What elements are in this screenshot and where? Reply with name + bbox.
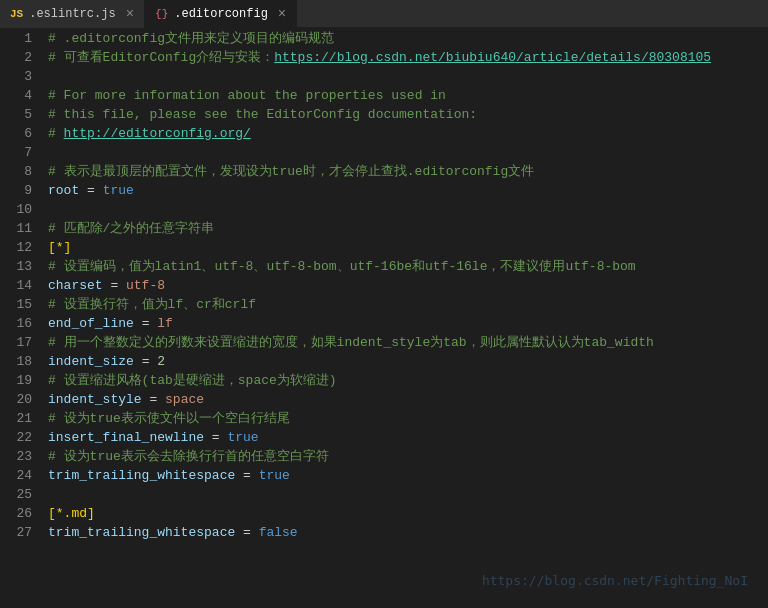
code-line: [*.md] bbox=[48, 504, 768, 523]
code-line: root = true bbox=[48, 181, 768, 200]
operator: = bbox=[235, 525, 258, 540]
comment-text: # 设为true表示会去除换行行首的任意空白字符 bbox=[48, 449, 329, 464]
comment-text: # 可查看EditorConfig介绍与安装：https://blog.csdn… bbox=[48, 50, 711, 65]
code-line: # For more information about the propert… bbox=[48, 86, 768, 105]
code-line bbox=[48, 143, 768, 162]
code-line: trim_trailing_whitespace = false bbox=[48, 523, 768, 542]
code-line: # .editorconfig文件用来定义项目的编码规范 bbox=[48, 29, 768, 48]
line-number: 26 bbox=[0, 504, 32, 523]
operator: = bbox=[235, 468, 258, 483]
property-key: indent_size bbox=[48, 354, 134, 369]
line-number: 1 bbox=[0, 29, 32, 48]
line-number: 18 bbox=[0, 352, 32, 371]
comment-text: # 表示是最顶层的配置文件，发现设为true时，才会停止查找.editorcon… bbox=[48, 164, 534, 179]
code-line: # 设置换行符，值为lf、cr和crlf bbox=[48, 295, 768, 314]
operator: = bbox=[103, 278, 126, 293]
code-line: [*] bbox=[48, 238, 768, 257]
line-number: 12 bbox=[0, 238, 32, 257]
code-line bbox=[48, 485, 768, 504]
tab-icon: {} bbox=[155, 8, 168, 20]
line-number: 8 bbox=[0, 162, 32, 181]
code-line: # 用一个整数定义的列数来设置缩进的宽度，如果indent_style为tab，… bbox=[48, 333, 768, 352]
url-link: http://editorconfig.org/ bbox=[64, 126, 251, 141]
property-value: false bbox=[259, 525, 298, 540]
code-line: # 设置缩进风格(tab是硬缩进，space为软缩进) bbox=[48, 371, 768, 390]
comment-text: # this file, please see the EditorConfig… bbox=[48, 107, 477, 122]
section-header: [*.md] bbox=[48, 506, 95, 521]
property-value: space bbox=[165, 392, 204, 407]
code-line: # 设为true表示会去除换行行首的任意空白字符 bbox=[48, 447, 768, 466]
code-line: # 表示是最顶层的配置文件，发现设为true时，才会停止查找.editorcon… bbox=[48, 162, 768, 181]
line-number: 27 bbox=[0, 523, 32, 542]
code-line: # 匹配除/之外的任意字符串 bbox=[48, 219, 768, 238]
line-number: 7 bbox=[0, 143, 32, 162]
comment-text: # http://editorconfig.org/ bbox=[48, 126, 251, 141]
operator: = bbox=[79, 183, 102, 198]
tab-close-icon[interactable]: × bbox=[126, 6, 134, 22]
code-content: # .editorconfig文件用来定义项目的编码规范# 可查看EditorC… bbox=[40, 28, 768, 608]
line-number: 10 bbox=[0, 200, 32, 219]
comment-text: # 设为true表示使文件以一个空白行结尾 bbox=[48, 411, 290, 426]
tab-label: .editorconfig bbox=[174, 7, 268, 21]
url-link: https://blog.csdn.net/biubiu640/article/… bbox=[274, 50, 711, 65]
line-numbers: 1234567891011121314151617181920212223242… bbox=[0, 28, 40, 608]
line-number: 13 bbox=[0, 257, 32, 276]
code-line: insert_final_newline = true bbox=[48, 428, 768, 447]
line-number: 5 bbox=[0, 105, 32, 124]
tab-close-icon[interactable]: × bbox=[278, 6, 286, 22]
line-number: 4 bbox=[0, 86, 32, 105]
property-key: end_of_line bbox=[48, 316, 134, 331]
editor-area: 1234567891011121314151617181920212223242… bbox=[0, 28, 768, 608]
operator: = bbox=[142, 392, 165, 407]
code-line: end_of_line = lf bbox=[48, 314, 768, 333]
line-number: 20 bbox=[0, 390, 32, 409]
comment-text: # 设置编码，值为latin1、utf-8、utf-8-bom、utf-16be… bbox=[48, 259, 636, 274]
code-line: # 设为true表示使文件以一个空白行结尾 bbox=[48, 409, 768, 428]
tab-icon: JS bbox=[10, 8, 23, 20]
comment-text: # 匹配除/之外的任意字符串 bbox=[48, 221, 214, 236]
code-line: # http://editorconfig.org/ bbox=[48, 124, 768, 143]
code-line: # 设置编码，值为latin1、utf-8、utf-8-bom、utf-16be… bbox=[48, 257, 768, 276]
line-number: 6 bbox=[0, 124, 32, 143]
code-line bbox=[48, 67, 768, 86]
tab-eslintrc[interactable]: JS.eslintrc.js× bbox=[0, 0, 145, 28]
property-key: charset bbox=[48, 278, 103, 293]
property-value: 2 bbox=[157, 354, 165, 369]
tab-bar: JS.eslintrc.js×{}.editorconfig× bbox=[0, 0, 768, 28]
code-line bbox=[48, 200, 768, 219]
tab-editorconfig[interactable]: {}.editorconfig× bbox=[145, 0, 297, 28]
line-number: 22 bbox=[0, 428, 32, 447]
operator: = bbox=[204, 430, 227, 445]
operator: = bbox=[134, 316, 157, 331]
code-line: charset = utf-8 bbox=[48, 276, 768, 295]
code-line: # this file, please see the EditorConfig… bbox=[48, 105, 768, 124]
property-value: true bbox=[259, 468, 290, 483]
line-number: 21 bbox=[0, 409, 32, 428]
line-number: 2 bbox=[0, 48, 32, 67]
line-number: 24 bbox=[0, 466, 32, 485]
code-line: # 可查看EditorConfig介绍与安装：https://blog.csdn… bbox=[48, 48, 768, 67]
comment-text: # 设置缩进风格(tab是硬缩进，space为软缩进) bbox=[48, 373, 337, 388]
line-number: 14 bbox=[0, 276, 32, 295]
property-value: true bbox=[227, 430, 258, 445]
property-value: lf bbox=[157, 316, 173, 331]
line-number: 3 bbox=[0, 67, 32, 86]
code-line: trim_trailing_whitespace = true bbox=[48, 466, 768, 485]
comment-text: # 设置换行符，值为lf、cr和crlf bbox=[48, 297, 256, 312]
line-number: 19 bbox=[0, 371, 32, 390]
line-number: 9 bbox=[0, 181, 32, 200]
property-key: trim_trailing_whitespace bbox=[48, 468, 235, 483]
property-key: indent_style bbox=[48, 392, 142, 407]
comment-text: # 用一个整数定义的列数来设置缩进的宽度，如果indent_style为tab，… bbox=[48, 335, 654, 350]
property-value: utf-8 bbox=[126, 278, 165, 293]
line-number: 23 bbox=[0, 447, 32, 466]
line-number: 16 bbox=[0, 314, 32, 333]
line-number: 15 bbox=[0, 295, 32, 314]
line-number: 17 bbox=[0, 333, 32, 352]
comment-text: # For more information about the propert… bbox=[48, 88, 446, 103]
property-key: trim_trailing_whitespace bbox=[48, 525, 235, 540]
code-line: indent_size = 2 bbox=[48, 352, 768, 371]
tab-label: .eslintrc.js bbox=[29, 7, 115, 21]
line-number: 11 bbox=[0, 219, 32, 238]
line-number: 25 bbox=[0, 485, 32, 504]
